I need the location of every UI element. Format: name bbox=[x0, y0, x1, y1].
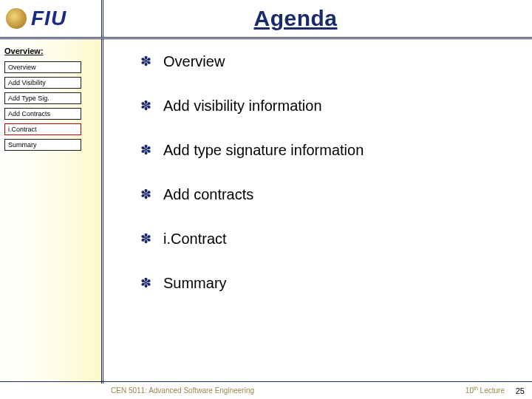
body: Overview: Overview Add Visibility Add Ty… bbox=[0, 39, 532, 383]
nav-add-type-sig[interactable]: Add Type Sig. bbox=[4, 92, 81, 104]
agenda-item: ✽ Add contracts bbox=[140, 185, 517, 203]
agenda-item: ✽ Overview bbox=[140, 52, 517, 70]
nav-label: Add Visibility bbox=[8, 79, 46, 86]
agenda-text: Add contracts bbox=[163, 185, 253, 203]
nav-overview[interactable]: Overview bbox=[4, 61, 81, 73]
footer-right: 10th Lecture 25 bbox=[466, 386, 532, 395]
nav-label: Add Contracts bbox=[8, 110, 50, 117]
agenda-item: ✽ Summary bbox=[140, 274, 517, 292]
university-seal-icon bbox=[6, 8, 27, 29]
agenda-text: i.Contract bbox=[163, 230, 227, 248]
nav-label: Summary bbox=[8, 141, 37, 149]
content: ✽ Overview ✽ Add visibility information … bbox=[103, 39, 532, 383]
agenda-item: ✽ Add type signature information bbox=[140, 141, 517, 159]
logo-area: FIU bbox=[0, 0, 103, 37]
bullet-icon: ✽ bbox=[140, 274, 151, 292]
sidebar-title: Overview: bbox=[4, 47, 95, 55]
agenda-text: Summary bbox=[163, 274, 227, 292]
slide-title: Agenda bbox=[103, 6, 532, 31]
logo-text: FIU bbox=[31, 7, 66, 30]
header: FIU Agenda bbox=[0, 0, 532, 39]
fiu-logo: FIU bbox=[31, 7, 66, 30]
lecture-word: Lecture bbox=[478, 387, 505, 395]
agenda-text: Add visibility information bbox=[163, 97, 322, 115]
slide: FIU Agenda Overview: Overview Add Visibi… bbox=[0, 0, 532, 399]
bullet-icon: ✽ bbox=[140, 230, 151, 248]
agenda-text: Overview bbox=[163, 52, 225, 70]
footer: CEN 5011: Advanced Software Engineering … bbox=[0, 381, 532, 399]
nav-add-visibility[interactable]: Add Visibility bbox=[4, 77, 81, 89]
nav-label: Overview bbox=[8, 64, 36, 71]
agenda-item: ✽ i.Contract bbox=[140, 230, 517, 248]
nav-add-contracts[interactable]: Add Contracts bbox=[4, 108, 81, 120]
bullet-icon: ✽ bbox=[140, 141, 151, 159]
agenda-item: ✽ Add visibility information bbox=[140, 97, 517, 115]
lecture-ord: 10 bbox=[466, 387, 474, 395]
footer-course: CEN 5011: Advanced Software Engineering bbox=[0, 386, 466, 395]
nav-label: i.Contract bbox=[8, 126, 37, 133]
sidebar: Overview: Overview Add Visibility Add Ty… bbox=[0, 39, 103, 383]
bullet-icon: ✽ bbox=[140, 185, 151, 203]
nav-label: Add Type Sig. bbox=[8, 95, 50, 102]
agenda-text: Add type signature information bbox=[163, 141, 364, 159]
bullet-icon: ✽ bbox=[140, 97, 151, 115]
nav-icontract[interactable]: i.Contract bbox=[4, 123, 81, 135]
bullet-icon: ✽ bbox=[140, 52, 151, 70]
page-number: 25 bbox=[516, 386, 525, 395]
nav-summary[interactable]: Summary bbox=[4, 139, 81, 151]
